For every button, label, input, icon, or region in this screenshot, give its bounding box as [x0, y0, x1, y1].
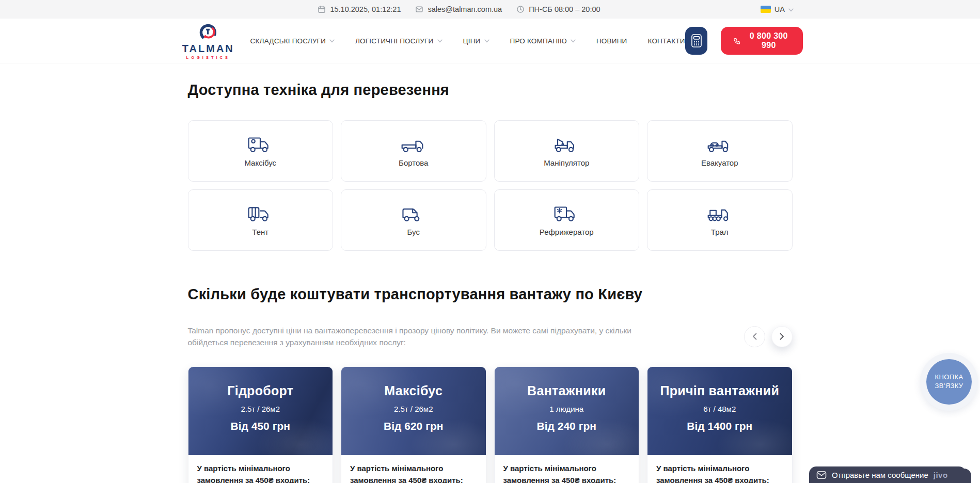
price-card-image: Вантажники 1 людина Від 240 грн — [495, 367, 639, 455]
nav-warehouse-services[interactable]: СКЛАДСЬКІ ПОСЛУГИ — [250, 37, 335, 45]
topbar: 15.10.2025, 01:12:21 sales@talman.com.ua… — [0, 0, 980, 19]
price-cards: Гідроборт 2.5т / 26м2 Від 450 грн У варт… — [188, 366, 793, 483]
nav-label: ЛОГІСТИЧНІ ПОСЛУГИ — [355, 37, 433, 45]
nav-label: НОВИНИ — [596, 37, 627, 45]
vehicle-label: Максібус — [244, 158, 276, 167]
price-card-capacity: 1 людина — [495, 405, 639, 413]
chevron-down-icon — [484, 39, 489, 43]
phone-icon — [733, 36, 741, 46]
vehicle-card-tow[interactable]: Евакуатор — [647, 120, 793, 182]
nav-label: КОНТАКТИ — [648, 37, 685, 45]
box-truck-icon — [247, 135, 273, 154]
vehicle-label: Евакуатор — [701, 158, 738, 167]
nav-label: ЦІНИ — [463, 37, 481, 45]
van-icon — [401, 204, 426, 223]
price-card-hydroboard[interactable]: Гідроборт 2.5т / 26м2 Від 450 грн У варт… — [188, 366, 334, 483]
vehicle-card-refrigerator[interactable]: Рефрижератор — [494, 189, 640, 251]
email[interactable]: sales@talman.com.ua — [415, 5, 502, 13]
price-card-price: Від 240 грн — [495, 420, 639, 432]
price-card-capacity: 6т / 48м2 — [647, 405, 792, 413]
nav-logistics-services[interactable]: ЛОГІСТИЧНІ ПОСЛУГИ — [355, 37, 442, 45]
main-nav: СКЛАДСЬКІ ПОСЛУГИ ЛОГІСТИЧНІ ПОСЛУГИ ЦІН… — [250, 37, 685, 45]
working-hours-text: ПН-СБ 08:00 – 20:00 — [529, 5, 600, 13]
price-card-loaders[interactable]: Вантажники 1 людина Від 240 грн У вартіс… — [494, 366, 640, 483]
chat-message: Отправьте нам сообщение — [832, 471, 928, 479]
vehicle-card-flatbed[interactable]: Бортова — [341, 120, 486, 182]
vehicle-label: Трал — [711, 228, 729, 236]
vehicle-card-tent[interactable]: Тент — [188, 189, 334, 251]
vehicles-section: Доступна техніка для перевезення Максібу… — [188, 82, 793, 251]
logo-title: TALMAN — [182, 43, 234, 54]
price-card-image: Причіп вантажний 6т / 48м2 Від 1400 грн — [647, 367, 792, 455]
nav-news[interactable]: НОВИНИ — [596, 37, 627, 45]
callback-label-line2: ЗВ'ЯЗКУ — [935, 382, 963, 390]
price-card-capacity: 2.5т / 26м2 — [341, 405, 486, 413]
pricing-section: Скільки буде коштувати транспортування в… — [188, 286, 793, 483]
language-code: UA — [774, 5, 785, 13]
phone-number: 0 800 300 990 — [747, 31, 791, 50]
nav-prices[interactable]: ЦІНИ — [463, 37, 489, 45]
phone-button[interactable]: 0 800 300 990 — [721, 27, 803, 55]
logo-subtitle: LOGISTICS — [186, 55, 230, 60]
vehicle-label: Тент — [252, 228, 268, 236]
vehicles-grid: Максібус Бортова Маніпулятор — [188, 120, 793, 251]
callback-button[interactable]: КНОПКА ЗВ'ЯЗКУ — [920, 353, 978, 411]
logo[interactable]: TALMAN LOGISTICS — [180, 22, 237, 60]
price-card-price: Від 450 грн — [188, 420, 333, 432]
vehicle-card-low-loader[interactable]: Трал — [647, 189, 793, 251]
carousel-arrows — [744, 326, 793, 347]
low-loader-truck-icon — [707, 204, 733, 223]
calculator-icon — [690, 34, 703, 48]
nav-contacts[interactable]: КОНТАКТИ — [648, 37, 685, 45]
price-card-image: Максібус 2.5т / 26м2 Від 620 грн — [341, 367, 486, 455]
callback-button-inner: КНОПКА ЗВ'ЯЗКУ — [926, 359, 972, 405]
mail-icon — [415, 5, 423, 13]
vehicle-card-van[interactable]: Бус — [341, 189, 486, 251]
chevron-down-icon — [788, 5, 794, 13]
header: TALMAN LOGISTICS СКЛАДСЬКІ ПОСЛУГИ ЛОГІС… — [0, 19, 980, 63]
price-card-title: Вантажники — [495, 367, 639, 398]
datetime: 15.10.2025, 01:12:21 — [318, 5, 401, 13]
price-card-note: У вартість мінімального замовлення за 45… — [188, 455, 333, 483]
nav-about[interactable]: ПРО КОМПАНІЮ — [510, 37, 576, 45]
language-selector[interactable]: UA — [761, 0, 794, 19]
clock-icon — [516, 5, 525, 13]
jivo-logo: jivo — [934, 471, 948, 479]
chevron-left-icon — [752, 333, 757, 340]
nav-label: СКЛАДСЬКІ ПОСЛУГИ — [250, 37, 326, 45]
pricing-title: Скільки буде коштувати транспортування в… — [188, 286, 793, 303]
price-card-note: У вартість мінімального замовлення за 45… — [495, 455, 639, 483]
ukraine-flag-icon — [761, 6, 771, 13]
vehicle-label: Маніпулятор — [544, 158, 589, 167]
calculator-button[interactable] — [685, 27, 708, 55]
carousel-next-button[interactable] — [771, 326, 793, 347]
crane-truck-icon — [554, 135, 579, 154]
nav-label: ПРО КОМПАНІЮ — [510, 37, 567, 45]
chat-widget[interactable]: Отправьте нам сообщение jivo — [809, 466, 966, 483]
price-card-note: У вартість мінімального замовлення за 45… — [341, 455, 486, 483]
price-card-maxibus[interactable]: Максібус 2.5т / 26м2 Від 620 грн У варті… — [341, 366, 486, 483]
price-card-capacity: 2.5т / 26м2 — [188, 405, 333, 413]
email-text: sales@talman.com.ua — [428, 5, 502, 13]
tent-truck-icon — [247, 204, 273, 223]
vehicle-card-maxibus[interactable]: Максібус — [188, 120, 334, 182]
price-card-price: Від 1400 грн — [647, 420, 792, 432]
logo-swirl-icon — [198, 22, 218, 42]
carousel-prev-button[interactable] — [744, 326, 765, 347]
chevron-right-icon — [780, 333, 784, 340]
datetime-text: 15.10.2025, 01:12:21 — [330, 5, 401, 13]
chevron-down-icon — [437, 39, 442, 43]
price-card-title: Максібус — [341, 367, 486, 398]
vehicle-label: Бортова — [399, 158, 428, 167]
vehicle-label: Бус — [407, 228, 420, 236]
chevron-down-icon — [329, 39, 335, 43]
flatbed-truck-icon — [401, 135, 426, 154]
price-card-cargo-trailer[interactable]: Причіп вантажний 6т / 48м2 Від 1400 грн … — [647, 366, 793, 483]
vehicle-card-crane[interactable]: Маніпулятор — [494, 120, 640, 182]
working-hours: ПН-СБ 08:00 – 20:00 — [516, 5, 600, 13]
chevron-down-icon — [571, 39, 576, 43]
price-card-note: У вартість мінімального замовлення за 45… — [647, 455, 792, 483]
price-card-price: Від 620 грн — [341, 420, 486, 432]
price-card-title: Причіп вантажний — [647, 367, 792, 398]
refrigerator-truck-icon — [554, 204, 579, 223]
